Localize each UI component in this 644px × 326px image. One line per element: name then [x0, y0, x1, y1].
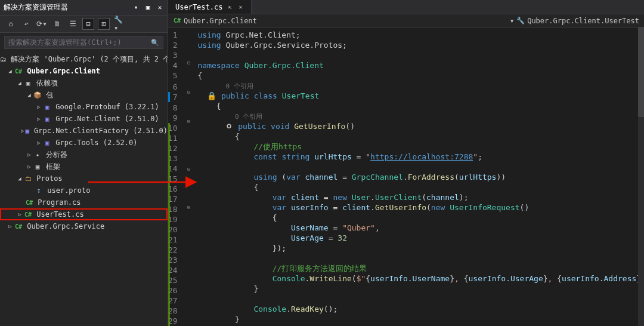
solution-explorer-title: 解决方案资源管理器: [4, 2, 68, 13]
tab-usertest[interactable]: UserTest.cs ⇱ ✕: [168, 0, 252, 14]
solution-explorer-toolbar: ⌂ ↶ ⟳▾ 🗎 ☰ ⊟ ⊡ 🔧▾: [0, 16, 168, 33]
proto-file[interactable]: ↧ user.proto: [0, 184, 168, 196]
code-editor[interactable]: 1234567891011121314151617181920212223242…: [168, 27, 644, 326]
search-icon[interactable]: 🔍: [151, 38, 159, 47]
close-icon[interactable]: ✕: [156, 4, 164, 12]
scroll-indicator[interactable]: [638, 27, 644, 326]
solution-root[interactable]: 🗂 解决方案 'Quber.Grpc' (2 个项目, 共 2 个): [0, 53, 168, 65]
solution-explorer: 解决方案资源管理器 ▾ ▣ ✕ ⌂ ↶ ⟳▾ 🗎 ☰ ⊟ ⊡ 🔧▾ 🔍 🗂 解决…: [0, 0, 168, 326]
wrench-icon[interactable]: 🔧▾: [113, 18, 125, 30]
fold-column: ⊟⊟⊟⊟⊟: [185, 27, 193, 326]
pkg-grpc-net-client[interactable]: ▷▣ Grpc.Net.Client (2.51.0): [0, 113, 168, 125]
file-icon[interactable]: 🗎: [51, 18, 63, 30]
editor-tabbar: UserTest.cs ⇱ ✕: [168, 0, 644, 14]
close-icon[interactable]: ✕: [237, 4, 244, 11]
project-service[interactable]: ▷C# Quber.Grpc.Service: [0, 220, 168, 232]
breadcrumb-project[interactable]: C#Quber.Grpc.Client: [168, 17, 262, 25]
usertest-cs[interactable]: ▷C# UserTest.cs: [0, 208, 168, 220]
code-body[interactable]: using Grpc.Net.Client; using Quber.Grpc.…: [193, 27, 644, 326]
pin-icon[interactable]: ⇱: [226, 4, 233, 11]
dropdown-icon[interactable]: ▾: [132, 4, 140, 12]
program-cs[interactable]: C# Program.cs: [0, 196, 168, 208]
breadcrumb-type[interactable]: ▾ 🔧Quber.Grpc.Client.UserTest: [505, 17, 644, 25]
back-icon[interactable]: ↶: [20, 18, 32, 30]
protos-folder[interactable]: ◢🗀 Protos: [0, 173, 168, 184]
project-client[interactable]: ◢C# Quber.Grpc.Client: [0, 65, 168, 77]
view-icon[interactable]: ⊡: [98, 18, 110, 30]
dependencies[interactable]: ◢▣ 依赖项: [0, 77, 168, 89]
solution-search[interactable]: 🔍: [4, 36, 163, 49]
line-gutter: 1234567891011121314151617181920212223242…: [168, 27, 185, 326]
home-icon[interactable]: ⌂: [5, 18, 17, 30]
pin-icon[interactable]: ▣: [144, 4, 152, 12]
pkg-grpc-tools[interactable]: ▷▣ Grpc.Tools (2.52.0): [0, 137, 168, 149]
sync-icon[interactable]: ⟳▾: [36, 18, 48, 30]
filter-icon[interactable]: ☰: [67, 18, 79, 30]
frameworks[interactable]: ▷▣ 框架: [0, 161, 168, 173]
breadcrumb: C#Quber.Grpc.Client ▾ 🔧Quber.Grpc.Client…: [168, 14, 644, 27]
pkg-protobuf[interactable]: ▷▣ Google.Protobuf (3.22.1): [0, 101, 168, 113]
solution-tree: 🗂 解决方案 'Quber.Grpc' (2 个项目, 共 2 个) ◢C# Q…: [0, 52, 168, 326]
editor-area: UserTest.cs ⇱ ✕ C#Quber.Grpc.Client ▾ 🔧Q…: [168, 0, 644, 326]
packages-folder[interactable]: ◢📦 包: [0, 89, 168, 101]
analyzers[interactable]: ▷✦ 分析器: [0, 149, 168, 161]
solution-explorer-titlebar: 解决方案资源管理器 ▾ ▣ ✕: [0, 0, 168, 16]
tab-label: UserTest.cs: [175, 3, 222, 11]
solution-search-input[interactable]: [8, 38, 151, 47]
scope-icon[interactable]: ⊟: [82, 18, 94, 30]
pkg-grpc-net-clientfactory[interactable]: ▷▣ Grpc.Net.ClientFactory (2.51.0): [0, 125, 168, 137]
